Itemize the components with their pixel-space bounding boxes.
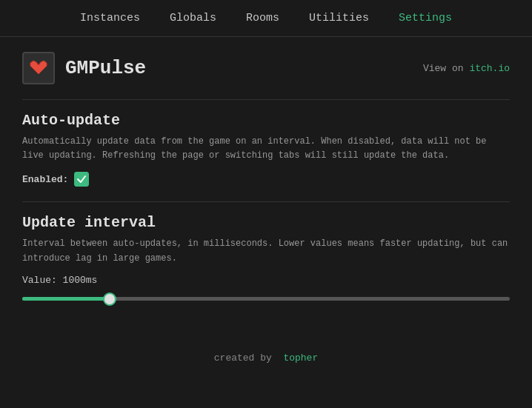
update-interval-title-text: Update interval (22, 214, 156, 231)
enabled-checkbox[interactable] (74, 172, 89, 187)
app-title: GMPulse (65, 57, 146, 79)
divider-2 (22, 201, 510, 202)
app-header: GMPulse View on itch.io (22, 52, 510, 84)
auto-update-title: Auto-update (22, 112, 510, 129)
enabled-row: Enabled: (22, 172, 510, 187)
app-icon (22, 52, 55, 84)
slider-fill (22, 297, 110, 301)
nav-instances[interactable]: Instances (80, 12, 140, 24)
checkmark-icon (76, 174, 87, 184)
main-nav: Instances Globals Rooms Utilities Settin… (0, 0, 532, 37)
nav-settings[interactable]: Settings (399, 12, 452, 24)
enabled-label: Enabled: (22, 174, 68, 185)
auto-update-section: Auto-update Automatically update data fr… (22, 112, 510, 187)
heart-icon (28, 58, 49, 78)
divider-1 (22, 99, 510, 100)
slider-track (22, 297, 510, 301)
update-interval-desc: Interval between auto-updates, in millis… (22, 237, 510, 265)
slider-wrapper (22, 292, 510, 307)
main-content: GMPulse View on itch.io Auto-update Auto… (0, 37, 532, 336)
app-title-group: GMPulse (22, 52, 146, 84)
footer: created by topher (0, 352, 532, 364)
nav-utilities[interactable]: Utilities (309, 12, 369, 24)
created-by-text: created by (214, 352, 272, 364)
nav-globals[interactable]: Globals (170, 12, 216, 24)
update-interval-section: Update interval Interval between auto-up… (22, 214, 510, 306)
update-interval-title: Update interval (22, 214, 510, 231)
value-label: Value: 1000ms (22, 275, 510, 286)
author-link[interactable]: topher (283, 352, 318, 364)
slider-thumb[interactable] (103, 292, 116, 306)
itch-link[interactable]: itch.io (469, 63, 510, 74)
nav-rooms[interactable]: Rooms (246, 12, 279, 24)
view-on-text: View on itch.io (423, 63, 510, 74)
svg-marker-0 (30, 61, 47, 74)
auto-update-desc: Automatically update data from the game … (22, 135, 510, 163)
